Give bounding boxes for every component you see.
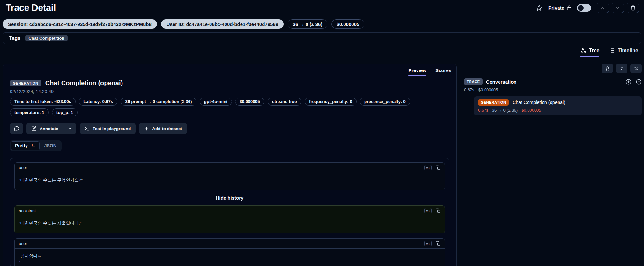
timeline-icon — [609, 48, 615, 54]
trace-root-row[interactable]: TRACE Conversation — [464, 78, 642, 85]
format-pretty-label: Pretty — [15, 143, 28, 148]
terminal-icon — [85, 126, 90, 131]
tab-timeline[interactable]: Timeline — [609, 48, 638, 57]
trash-icon — [630, 5, 636, 11]
annotate-pen-icon — [31, 126, 37, 131]
generation-type-badge: GENERATION — [478, 99, 509, 106]
playground-button[interactable]: Test in playground — [80, 123, 136, 134]
previous-trace-button[interactable] — [597, 3, 609, 13]
annotate-split-button: Annotate — [26, 123, 76, 134]
nav-button-group — [597, 3, 639, 13]
message-content: "대한민국의 수도는 무엇인가요?" — [15, 173, 445, 190]
session-badge[interactable]: Session: cd3abcd6-c81c-4037-935d-19d9f27… — [3, 19, 157, 29]
metric-pill: $0.000005 — [235, 98, 264, 106]
markdown-toggle-button[interactable]: M↓ — [424, 208, 432, 213]
tab-preview[interactable]: Preview — [408, 68, 426, 76]
trace-type-badge: TRACE — [464, 78, 483, 85]
lock-icon — [566, 5, 572, 11]
public-sharing-toggle[interactable] — [577, 4, 591, 12]
next-trace-button[interactable] — [612, 3, 624, 13]
annotate-button[interactable]: Annotate — [26, 123, 63, 134]
hide-history-button[interactable]: Hide history — [14, 195, 445, 201]
fold-vertical-icon — [619, 66, 624, 71]
tree-icon — [580, 48, 586, 54]
trace-latency: 0.67s — [464, 87, 474, 92]
tab-scores[interactable]: Scores — [435, 68, 451, 76]
privacy-label: Private — [548, 5, 564, 11]
comment-bubble-icon — [14, 126, 19, 131]
playground-label: Test in playground — [93, 126, 131, 131]
tab-preview-label: Preview — [408, 68, 426, 75]
add-to-dataset-label: Add to dataset — [152, 126, 182, 131]
delete-trace-button[interactable] — [627, 3, 639, 13]
trace-detail-page: Trace Detail Private — [0, 0, 644, 266]
collapse-icon[interactable] — [636, 79, 642, 85]
copy-icon — [436, 165, 440, 170]
view-tabs: Tree Timeline — [0, 44, 644, 57]
format-json-button[interactable]: JSON — [40, 141, 61, 150]
observation-metrics: Time to first token: -423.00s Latency: 0… — [10, 98, 437, 116]
expand-all-icon[interactable] — [625, 79, 632, 85]
active-tab-indicator — [580, 56, 599, 57]
messages-container: user M↓ "대한민국의 수도는 무엇인가요?" Hide history — [10, 158, 449, 266]
metric-pill: gpt-4o-mini — [200, 98, 232, 106]
observation-title: Chat Completion (openai) — [45, 79, 123, 87]
tree-item-title: Chat Completion (openai) — [513, 100, 565, 105]
trace-cost: $0.000005 — [478, 87, 498, 92]
message-content: "감사합니다 " — [15, 249, 445, 266]
metric-pill: Latency: 0.67s — [79, 98, 117, 106]
metric-pill: temperature: 1 — [10, 108, 49, 116]
user-id-badge[interactable]: User ID: dc47a41e-06bc-400d-bde1-f0e440d… — [161, 19, 284, 29]
metric-pill: 36 prompt → 0 completion (Σ 36) — [121, 98, 196, 106]
chevron-up-icon — [600, 5, 605, 11]
generation-type-badge: GENERATION — [10, 80, 41, 86]
message-user-1: user M↓ "대한민국의 수도는 무엇인가요?" — [14, 162, 445, 190]
observation-panel: Preview Scores GENERATION Chat Completio… — [3, 64, 457, 266]
format-pretty-button[interactable]: Pretty — [11, 141, 40, 150]
markdown-toggle-button[interactable]: M↓ — [424, 241, 432, 246]
cost-badge: $0.000005 — [331, 19, 364, 29]
observation-timestamp: 02/12/2024, 14:20:49 — [10, 89, 449, 94]
panel-tabs: Preview Scores — [3, 64, 456, 76]
comments-button[interactable] — [10, 123, 23, 134]
privacy-label-group: Private — [548, 5, 572, 11]
trace-tree-panel: TRACE Conversation 0.67s $0.000005 GENER… — [464, 64, 642, 115]
message-role: user — [19, 165, 27, 170]
copy-icon — [436, 241, 440, 246]
copy-button[interactable] — [436, 208, 440, 213]
page-title: Trace Detail — [6, 3, 56, 13]
trace-title: Conversation — [486, 79, 517, 85]
item-cost: $0.000005 — [522, 108, 541, 113]
tree-item-generation[interactable]: GENERATION Chat Completion (openai) 0.67… — [474, 96, 642, 115]
tree-item-metrics: 0.67s 36 → 0 (Σ 36) $0.000005 — [478, 108, 638, 113]
item-tokens: 36 → 0 (Σ 36) — [492, 108, 518, 113]
award-icon — [605, 66, 610, 71]
add-to-dataset-button[interactable]: Add to dataset — [139, 123, 187, 134]
format-toggle: Pretty JSON — [10, 140, 62, 151]
message-role: assistant — [19, 208, 36, 213]
message-assistant: assistant M↓ "대한민국의 수도는 서울입니다." — [14, 205, 445, 233]
tags-container: Tags Chat Competition — [3, 32, 641, 44]
show-scores-button[interactable] — [602, 64, 613, 73]
metric-pill: presence_penalty: 0 — [360, 98, 410, 106]
annotate-dropdown-button[interactable] — [63, 123, 76, 134]
copy-button[interactable] — [436, 241, 440, 246]
annotate-label: Annotate — [40, 126, 58, 131]
tab-tree-label: Tree — [589, 48, 599, 54]
copy-button[interactable] — [436, 165, 440, 170]
tab-tree[interactable]: Tree — [580, 48, 599, 57]
tag-chat-competition[interactable]: Chat Competition — [25, 35, 68, 41]
collapse-all-button[interactable] — [616, 64, 627, 73]
header-actions: Private — [535, 3, 639, 13]
message-content: "대한민국의 수도는 서울입니다." — [15, 216, 445, 233]
bookmark-star-button[interactable] — [535, 3, 544, 12]
markdown-toggle-button[interactable]: M↓ — [424, 165, 432, 170]
show-metrics-button[interactable] — [630, 64, 642, 73]
format-json-label: JSON — [44, 143, 56, 148]
metric-pill: top_p: 1 — [52, 108, 78, 116]
tree-toolbar — [464, 64, 642, 73]
plus-icon — [144, 126, 149, 131]
copy-icon — [436, 208, 440, 213]
active-panel-tab-indicator — [408, 75, 426, 76]
token-usage-badge: 36 → 0 (Σ 36) — [288, 19, 327, 29]
